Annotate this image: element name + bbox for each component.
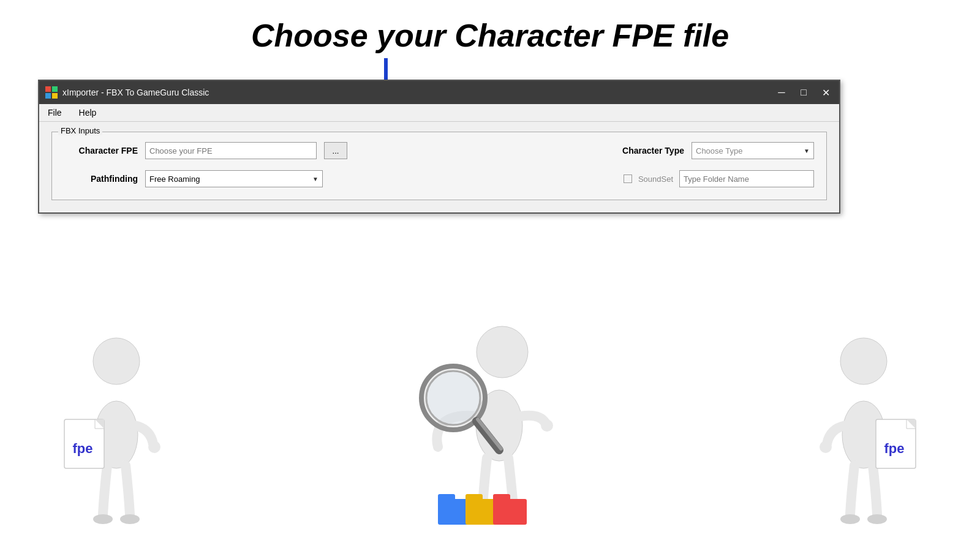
svg-rect-4 <box>45 93 51 99</box>
svg-point-11 <box>120 514 140 524</box>
svg-point-32 <box>840 338 887 384</box>
close-button[interactable]: ✕ <box>818 85 833 100</box>
menu-bar: File Help <box>39 104 839 122</box>
svg-rect-3 <box>52 86 58 92</box>
svg-text:fpe: fpe <box>73 441 93 456</box>
svg-rect-5 <box>52 93 58 99</box>
pathfinding-value: Free Roaming <box>149 174 200 184</box>
pathfinding-dropdown[interactable]: Free Roaming ▼ <box>145 170 323 187</box>
character-fpe-input[interactable] <box>145 142 317 159</box>
svg-point-6 <box>93 338 140 384</box>
svg-point-17 <box>477 326 528 378</box>
dropdown-arrow-icon: ▼ <box>804 148 810 154</box>
svg-point-10 <box>93 514 113 524</box>
svg-rect-27 <box>438 494 455 501</box>
browse-icon: ... <box>333 146 339 156</box>
app-icon <box>45 86 58 99</box>
svg-point-37 <box>867 514 887 524</box>
character-type-dropdown[interactable]: Choose Type ▼ <box>692 142 814 159</box>
title-bar: xImporter - FBX To GameGuru Classic ─ □ … <box>39 81 839 104</box>
soundset-label: SoundSet <box>638 174 673 184</box>
window-title: xImporter - FBX To GameGuru Classic <box>62 88 209 97</box>
svg-rect-2 <box>45 86 51 92</box>
soundset-row: SoundSet <box>624 170 814 187</box>
title-bar-left: xImporter - FBX To GameGuru Classic <box>45 86 209 99</box>
folder-name-input[interactable] <box>679 170 814 187</box>
pathfinding-arrow-icon: ▼ <box>312 176 318 182</box>
soundset-checkbox[interactable] <box>624 174 632 183</box>
right-figure: fpe <box>809 331 931 539</box>
svg-text:fpe: fpe <box>884 441 905 456</box>
character-type-value: Choose Type <box>696 146 742 156</box>
minimize-button[interactable]: ─ <box>774 85 789 100</box>
svg-rect-31 <box>493 494 510 501</box>
svg-rect-30 <box>493 499 527 525</box>
svg-point-35 <box>820 441 832 453</box>
content-area: FBX Inputs Character FPE ... Character T… <box>39 122 839 212</box>
svg-rect-29 <box>466 494 483 501</box>
form-row-2: Pathfinding Free Roaming ▼ SoundSet <box>64 170 814 187</box>
annotation-title: Choose your Character FPE file <box>251 17 729 54</box>
illustrations: fpe <box>0 294 980 551</box>
svg-point-23 <box>426 371 480 425</box>
menu-file[interactable]: File <box>44 107 66 119</box>
restore-button[interactable]: □ <box>796 85 811 100</box>
form-row-1: Character FPE ... Character Type Choose … <box>64 142 814 159</box>
app-window: xImporter - FBX To GameGuru Classic ─ □ … <box>38 80 840 214</box>
svg-point-9 <box>148 441 160 453</box>
browse-button[interactable]: ... <box>324 142 347 159</box>
center-figure <box>404 318 576 539</box>
fbx-inputs-group: FBX Inputs Character FPE ... Character T… <box>51 132 827 200</box>
svg-point-36 <box>840 514 860 524</box>
pathfinding-label: Pathfinding <box>64 174 138 184</box>
character-fpe-label: Character FPE <box>64 146 138 156</box>
svg-point-19 <box>541 419 553 432</box>
title-bar-controls: ─ □ ✕ <box>774 85 833 100</box>
fbx-inputs-label: FBX Inputs <box>58 126 102 135</box>
character-type-label: Character Type <box>611 146 684 156</box>
left-figure: fpe <box>49 331 172 539</box>
menu-help[interactable]: Help <box>75 107 100 119</box>
